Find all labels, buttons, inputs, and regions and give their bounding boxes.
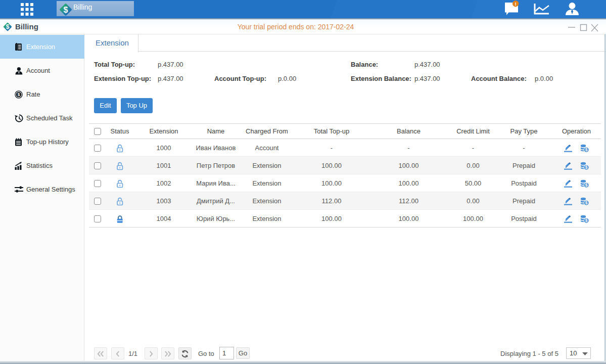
svg-text:$: $ <box>64 6 68 14</box>
svg-text:$: $ <box>585 200 588 205</box>
svg-text:$: $ <box>585 165 588 170</box>
svg-text:$: $ <box>17 92 20 97</box>
svg-text:!: ! <box>515 1 517 7</box>
svg-text:$: $ <box>585 183 588 188</box>
svg-text:$: $ <box>585 147 588 152</box>
svg-text:$: $ <box>585 218 588 223</box>
